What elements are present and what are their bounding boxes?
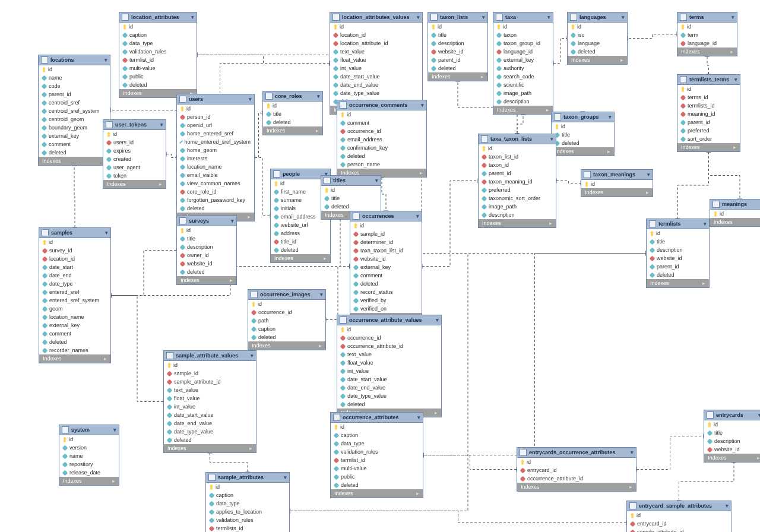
column[interactable]: centroid_geom (39, 115, 110, 124)
column[interactable]: id (677, 85, 740, 93)
column[interactable]: iso (568, 31, 627, 39)
column[interactable]: confirmation_key (337, 144, 426, 152)
collapse-icon[interactable]: ▾ (622, 14, 625, 20)
column[interactable]: website_id (350, 255, 422, 263)
column[interactable]: id (164, 361, 256, 369)
table-header[interactable]: termlists_terms▾ (677, 75, 740, 85)
column[interactable]: float_value (337, 359, 441, 367)
column[interactable]: id (119, 23, 197, 31)
column[interactable]: validation_rules (119, 48, 197, 56)
column[interactable]: owner_id (177, 251, 236, 259)
table-terms[interactable]: terms▾idtermlanguage_idIndexes▸ (677, 12, 737, 56)
column[interactable]: id (177, 226, 236, 235)
column[interactable]: title (177, 235, 236, 243)
table-header[interactable]: entrycard_sample_attributes▾ (627, 501, 731, 511)
column[interactable]: multi-value (119, 64, 197, 72)
column[interactable]: title (428, 31, 487, 39)
table-taxon_groups[interactable]: taxon_groups▾idtitledeletedIndexes▸ (551, 112, 615, 156)
column[interactable]: caption (331, 431, 423, 439)
column[interactable]: id (206, 483, 289, 491)
column[interactable]: id (552, 122, 614, 131)
expand-icon[interactable]: ▸ (416, 490, 419, 496)
collapse-icon[interactable]: ▾ (732, 14, 734, 20)
column[interactable]: taxon (493, 31, 553, 39)
column[interactable]: geom (39, 305, 110, 313)
column[interactable]: location_attribute_id (330, 39, 422, 48)
table-header[interactable]: occurrence_images▾ (248, 290, 325, 300)
column[interactable]: parent_id (677, 118, 740, 126)
column[interactable]: email_visible (177, 171, 254, 179)
column[interactable]: parent_id (647, 262, 709, 271)
indexes-section[interactable]: Indexes▸ (271, 254, 330, 262)
column[interactable]: location_id (330, 31, 422, 39)
column[interactable]: id (263, 102, 322, 110)
column[interactable]: validation_rules (206, 516, 289, 524)
expand-icon[interactable]: ▸ (620, 57, 623, 63)
column[interactable]: taxon_meaning_id (479, 178, 556, 186)
table-header[interactable]: occurrence_comments▾ (337, 100, 426, 110)
column[interactable]: id (321, 186, 381, 194)
column[interactable]: id (103, 130, 166, 138)
table-header[interactable]: occurrence_attribute_values▾ (337, 315, 441, 325)
column[interactable]: date_start (39, 263, 110, 271)
collapse-icon[interactable]: ▾ (160, 122, 163, 128)
collapse-icon[interactable]: ▾ (231, 218, 234, 224)
column[interactable]: interests (177, 154, 254, 163)
column[interactable]: version (59, 444, 119, 452)
table-header[interactable]: location_attributes▾ (119, 12, 197, 23)
column[interactable]: entered_sref_system (39, 296, 110, 305)
column[interactable]: created (103, 155, 166, 163)
column[interactable]: validation_rules (331, 448, 423, 456)
indexes-section[interactable]: Indexes▸ (552, 147, 614, 156)
collapse-icon[interactable]: ▾ (704, 221, 707, 227)
column[interactable]: entrycard_id (627, 520, 731, 528)
indexes-section[interactable]: Indexes▸ (59, 477, 119, 485)
collapse-icon[interactable]: ▾ (436, 317, 439, 323)
collapse-icon[interactable]: ▾ (482, 14, 485, 20)
column[interactable]: termlist_id (331, 456, 423, 464)
column[interactable]: language_id (677, 39, 737, 48)
column[interactable]: external_key (493, 56, 553, 64)
column[interactable]: id (647, 229, 709, 238)
collapse-icon[interactable]: ▾ (375, 178, 378, 183)
column[interactable]: description (177, 243, 236, 251)
indexes-section[interactable]: Indexes▸ (39, 354, 110, 363)
expand-icon[interactable]: ▸ (733, 144, 736, 150)
column[interactable]: location_name (39, 313, 110, 321)
column[interactable]: view_common_names (177, 179, 254, 188)
column[interactable]: parent_id (428, 56, 487, 64)
column[interactable]: website_id (647, 254, 709, 262)
table-occurrence_comments[interactable]: occurrence_comments▾idcommentoccurrence_… (337, 100, 427, 178)
table-header[interactable]: sample_attributes▾ (206, 473, 289, 483)
column[interactable]: date_end_value (164, 419, 256, 428)
table-header[interactable]: core_roles▾ (263, 91, 322, 102)
table-header[interactable]: terms▾ (677, 12, 737, 23)
column[interactable]: centroid_sref_system (39, 107, 110, 115)
expand-icon[interactable]: ▸ (481, 74, 484, 80)
indexes-section[interactable]: Indexes▸ (677, 143, 740, 151)
column[interactable]: home_geom (177, 146, 254, 154)
column[interactable]: termlists_id (206, 524, 289, 532)
collapse-icon[interactable]: ▾ (113, 427, 116, 433)
column[interactable]: id (568, 23, 627, 31)
column[interactable]: title (263, 110, 322, 118)
column[interactable]: website_id (177, 259, 236, 268)
indexes-section[interactable]: Indexes▸ (164, 444, 256, 452)
table-taxon_lists[interactable]: taxon_lists▾idtitledescriptionwebsite_id… (428, 12, 488, 81)
column[interactable]: termlist_id (119, 56, 197, 64)
column[interactable]: deleted (350, 280, 422, 288)
column[interactable]: expires (103, 147, 166, 155)
column[interactable]: comment (350, 271, 422, 280)
column[interactable]: date_end_value (337, 384, 441, 392)
column[interactable]: text_value (337, 350, 441, 359)
column[interactable]: location_id (39, 255, 110, 263)
column[interactable]: id (39, 65, 110, 74)
column[interactable]: date_end_value (330, 81, 422, 89)
column[interactable]: core_role_id (177, 188, 254, 196)
collapse-icon[interactable]: ▾ (609, 114, 612, 120)
column[interactable]: deleted (39, 148, 110, 157)
column[interactable]: openid_url (177, 121, 254, 129)
column[interactable]: id (331, 423, 423, 431)
table-termlists_terms[interactable]: termlists_terms▾idterms_idtermlists_idme… (677, 74, 740, 152)
column[interactable]: date_start_value (164, 411, 256, 419)
